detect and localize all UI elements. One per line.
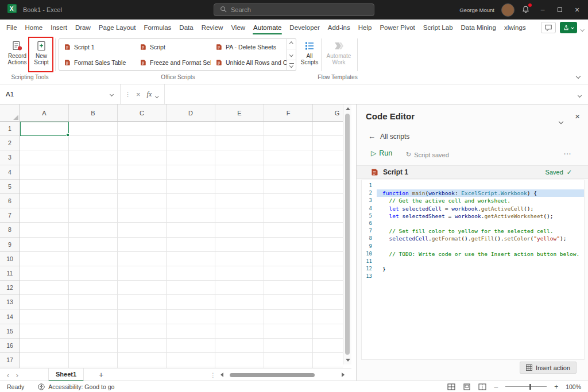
function-dropdown-icon[interactable] <box>156 89 158 99</box>
automate-work-button[interactable]: Automate Work <box>324 38 354 71</box>
formula-input[interactable] <box>164 84 571 104</box>
code-line-9[interactable]: 9 <box>362 243 584 250</box>
name-box-dropdown-icon[interactable] <box>110 92 114 96</box>
ribbon-tab-home[interactable]: Home <box>21 20 47 36</box>
ribbon-tab-data-mining[interactable]: Data Mining <box>457 20 500 36</box>
notifications-bell-icon[interactable] <box>521 5 531 14</box>
accessibility-status[interactable]: Accessibility: Good to go <box>38 383 114 390</box>
code-line-10[interactable]: 10 // TODO: Write code or use the Insert… <box>362 250 584 258</box>
ribbon-tab-page-layout[interactable]: Page Layout <box>95 20 140 36</box>
page-break-view-button[interactable] <box>478 383 486 390</box>
new-script-button[interactable]: New Script <box>30 38 53 71</box>
code-line-3[interactable]: 3 // Get the active cell and worksheet. <box>362 197 584 204</box>
scroll-left-arrow[interactable] <box>220 372 223 377</box>
record-actions-button[interactable]: Record Actions <box>6 38 29 71</box>
zoom-out-button[interactable]: – <box>494 383 498 391</box>
scroll-right-arrow[interactable] <box>342 372 345 377</box>
row-header-11[interactable]: 11 <box>0 266 20 281</box>
sheet-tab-sheet1[interactable]: Sheet1 <box>48 368 84 381</box>
select-all-corner[interactable] <box>0 104 20 122</box>
column-header-A[interactable]: A <box>20 104 69 121</box>
horizontal-scroll-track[interactable] <box>226 372 339 377</box>
ribbon-tab-help[interactable]: Help <box>354 20 376 36</box>
add-sheet-button[interactable]: + <box>99 370 103 379</box>
scroll-up-arrow[interactable] <box>346 107 350 110</box>
name-box[interactable]: A1 <box>0 84 121 104</box>
code-line-1[interactable]: 1 <box>362 182 584 189</box>
row-header-7[interactable]: 7 <box>0 208 20 223</box>
row-header-3[interactable]: 3 <box>0 150 20 165</box>
sheet-nav-next-button[interactable]: › <box>13 371 22 379</box>
row-header-17[interactable]: 17 <box>0 353 20 367</box>
ribbon-tab-review[interactable]: Review <box>198 20 227 36</box>
grid-cells[interactable] <box>20 122 343 368</box>
ribbon-tab-power-pivot[interactable]: Power Pivot <box>376 20 419 36</box>
formula-bar-handle[interactable]: ⋮ <box>125 91 131 98</box>
column-header-E[interactable]: E <box>215 104 264 121</box>
gallery-more-button[interactable] <box>287 60 296 70</box>
cancel-button[interactable]: × <box>136 90 141 99</box>
sheet-scroll-divider[interactable]: ⋮ <box>210 372 216 378</box>
code-line-11[interactable]: 11 <box>362 258 584 265</box>
close-button[interactable]: × <box>572 5 582 14</box>
ribbon-tab-developer[interactable]: Developer <box>285 20 323 36</box>
normal-view-button[interactable] <box>447 383 455 390</box>
row-header-6[interactable]: 6 <box>0 194 20 208</box>
office-script-item[interactable]: Freeze and Format Sel... <box>135 55 211 70</box>
sheet-nav-prev-button[interactable]: ‹ <box>3 371 13 379</box>
share-button[interactable] <box>560 22 577 33</box>
code-line-12[interactable]: 12} <box>362 265 584 273</box>
code-line-5[interactable]: 5 let selectedSheet = workbook.getActive… <box>362 212 584 220</box>
row-header-16[interactable]: 16 <box>0 339 20 353</box>
script-header-row[interactable]: Script 1 Saved ✓ <box>357 165 588 179</box>
gallery-scroll-up-button[interactable] <box>287 39 296 49</box>
active-cell-A1[interactable] <box>20 122 69 136</box>
horizontal-scrollbar[interactable] <box>220 368 345 381</box>
row-header-12[interactable]: 12 <box>0 281 20 295</box>
search-box[interactable]: Search <box>214 3 374 16</box>
insert-function-button[interactable]: fx <box>147 90 152 99</box>
row-header-10[interactable]: 10 <box>0 252 20 266</box>
vertical-scroll-thumb[interactable] <box>345 114 350 355</box>
column-header-F[interactable]: F <box>264 104 313 121</box>
row-header-4[interactable]: 4 <box>0 165 20 180</box>
ribbon-tab-file[interactable]: File <box>2 20 21 36</box>
row-header-8[interactable]: 8 <box>0 223 20 237</box>
row-header-5[interactable]: 5 <box>0 180 20 194</box>
column-header-G[interactable]: G <box>313 104 343 121</box>
page-layout-view-button[interactable] <box>463 383 471 390</box>
more-options-button[interactable]: … <box>563 147 572 156</box>
ribbon-display-options-icon[interactable] <box>581 22 584 33</box>
zoom-slider-thumb[interactable] <box>529 384 532 390</box>
ribbon-tab-automate[interactable]: Automate <box>249 20 285 36</box>
zoom-in-button[interactable]: + <box>554 383 558 391</box>
ribbon-tab-view[interactable]: View <box>227 20 249 36</box>
column-header-B[interactable]: B <box>69 104 118 121</box>
collapse-ribbon-chevron[interactable] <box>577 70 580 80</box>
all-scripts-back-link[interactable]: ← All scripts <box>368 132 409 141</box>
panel-collapse-chevron[interactable] <box>559 115 563 126</box>
avatar[interactable] <box>501 3 514 17</box>
row-header-2[interactable]: 2 <box>0 136 20 150</box>
zoom-level[interactable]: 100% <box>566 383 581 390</box>
code-line-8[interactable]: 8 selectedCell.getFormat().getFill().set… <box>362 235 584 242</box>
code-line-4[interactable]: 4 let selectedCell = workbook.getActiveC… <box>362 205 584 212</box>
scroll-down-arrow[interactable] <box>346 359 350 362</box>
code-line-6[interactable]: 6 <box>362 220 584 227</box>
ribbon-tab-xlwings[interactable]: xlwings <box>500 20 530 36</box>
ribbon-tab-insert[interactable]: Insert <box>47 20 71 36</box>
gallery-scroll-down-button[interactable] <box>287 49 296 60</box>
ribbon-tab-draw[interactable]: Draw <box>71 20 95 36</box>
run-button[interactable]: ▷ Run <box>371 149 392 157</box>
row-header-13[interactable]: 13 <box>0 295 20 309</box>
code-line-2[interactable]: 2function main(workbook: ExcelScript.Wor… <box>362 189 584 197</box>
code-line-13[interactable]: 13 <box>362 273 584 280</box>
ribbon-tab-script-lab[interactable]: Script Lab <box>419 20 457 36</box>
restore-button[interactable] <box>555 6 565 14</box>
formula-bar-expand-icon[interactable] <box>578 89 581 99</box>
vertical-scrollbar[interactable] <box>343 104 351 364</box>
office-script-item[interactable]: Script 1 <box>59 39 135 55</box>
ribbon-tab-data[interactable]: Data <box>175 20 197 36</box>
ribbon-tab-formulas[interactable]: Formulas <box>140 20 175 36</box>
comments-button[interactable] <box>541 22 556 33</box>
